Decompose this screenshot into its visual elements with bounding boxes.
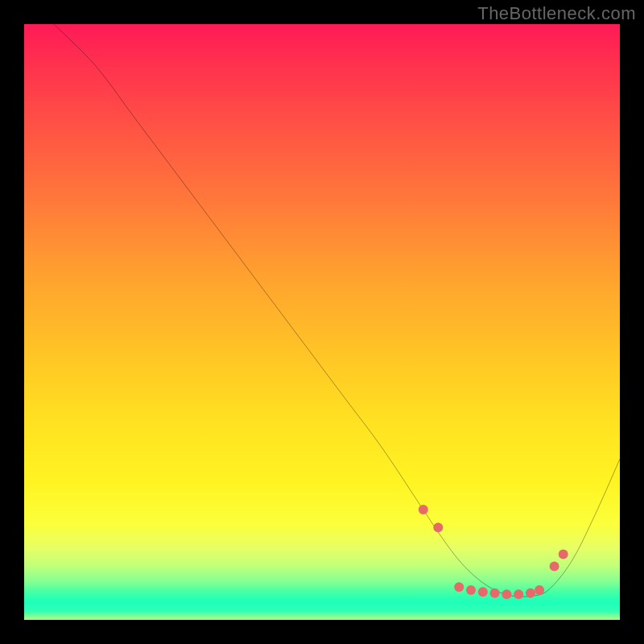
marker-point (490, 588, 500, 598)
chart-frame: TheBottleneck.com (0, 0, 644, 644)
marker-point (466, 585, 476, 595)
marker-point (419, 505, 428, 514)
marker-point (514, 589, 523, 599)
plot-area (24, 24, 620, 620)
marker-point (478, 587, 488, 597)
bottleneck-curve (54, 24, 620, 597)
marker-point (559, 550, 568, 559)
curve-group (54, 24, 620, 597)
markers-group (419, 505, 568, 599)
marker-point (535, 585, 544, 595)
watermark-text: TheBottleneck.com (477, 3, 636, 24)
marker-point (550, 561, 559, 571)
marker-point (433, 522, 443, 532)
marker-point (502, 589, 511, 599)
marker-point (454, 582, 464, 592)
marker-point (526, 588, 535, 598)
chart-svg (24, 24, 620, 620)
